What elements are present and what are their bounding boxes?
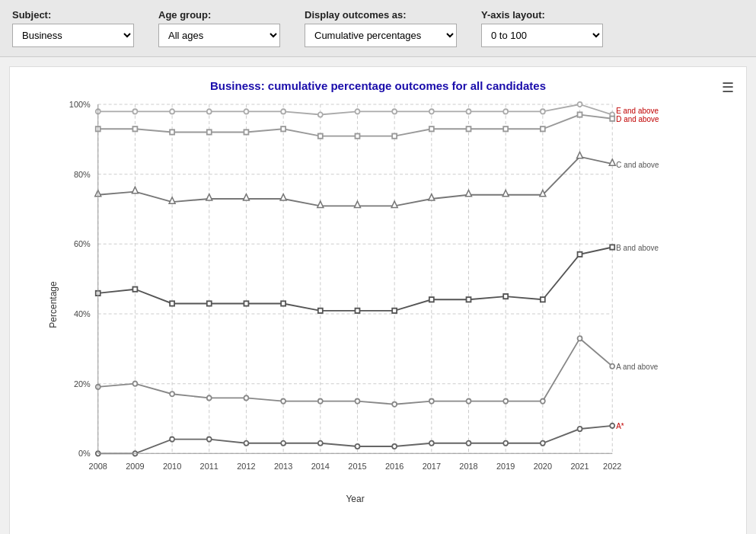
svg-point-133 [503,441,508,446]
chart-title: Business: cumulative percentage outcomes… [22,79,734,92]
svg-marker-76 [169,197,175,203]
svg-rect-97 [356,309,360,313]
svg-marker-88 [609,159,615,165]
yaxis-label: Y-axis layout: [481,9,603,21]
svg-point-115 [429,398,434,403]
svg-text:100%: 100% [69,100,91,109]
x-axis-label: Year [68,494,643,504]
svg-point-110 [244,395,248,400]
controls-bar: Subject: Business Mathematics English Sc… [0,0,756,57]
svg-text:2013: 2013 [274,462,292,471]
svg-point-53 [503,109,508,114]
svg-text:2017: 2017 [423,462,441,471]
svg-text:2016: 2016 [385,462,404,471]
svg-rect-100 [467,297,471,302]
subject-control: Subject: Business Mathematics English Sc… [12,9,134,47]
svg-point-113 [356,398,360,403]
svg-text:0%: 0% [78,449,91,458]
svg-text:C and above: C and above [616,161,659,169]
age-group-label: Age group: [158,9,280,21]
svg-text:2008: 2008 [89,462,107,471]
yaxis-select[interactable]: 0 to 100 0 to 50 Auto [481,24,603,47]
svg-rect-64 [318,134,323,139]
svg-rect-98 [392,309,397,313]
svg-marker-78 [243,194,249,200]
svg-marker-86 [540,190,546,197]
svg-marker-79 [280,194,286,200]
svg-point-108 [170,392,174,396]
svg-point-130 [392,444,397,449]
svg-text:2014: 2014 [311,462,330,471]
svg-marker-82 [391,201,397,207]
svg-rect-99 [429,297,434,302]
svg-rect-62 [244,130,248,134]
svg-marker-77 [206,194,212,200]
svg-rect-60 [170,130,174,134]
svg-point-55 [578,102,582,107]
svg-rect-71 [578,112,582,117]
svg-rect-63 [281,126,285,131]
subject-label: Subject: [12,9,134,21]
svg-rect-95 [281,301,285,305]
svg-text:2015: 2015 [348,462,366,471]
svg-text:2018: 2018 [459,462,477,471]
svg-rect-96 [318,309,323,313]
svg-rect-70 [541,126,545,131]
svg-marker-87 [577,152,583,158]
svg-rect-72 [610,117,614,121]
age-group-select[interactable]: All ages 16 17 18 [158,24,280,47]
svg-point-50 [392,109,397,114]
svg-rect-66 [392,134,397,139]
display-outcomes-control: Display outcomes as: Cumulative percenta… [305,9,457,47]
svg-marker-83 [429,194,435,200]
svg-rect-67 [429,126,434,131]
svg-text:2019: 2019 [496,462,515,471]
svg-point-132 [467,441,471,446]
svg-point-45 [207,109,212,114]
svg-text:2021: 2021 [570,462,589,471]
svg-text:2022: 2022 [603,462,621,471]
hamburger-icon[interactable]: ☰ [722,79,734,96]
svg-text:A*: A* [616,422,624,430]
svg-rect-102 [541,297,545,302]
svg-point-111 [281,398,285,403]
svg-point-51 [429,109,434,114]
svg-text:2011: 2011 [200,462,219,471]
svg-text:A and above: A and above [616,363,658,371]
svg-rect-104 [610,245,614,249]
svg-marker-75 [132,187,138,193]
chart-area: Percentage .tick-line { stroke: #ccc; st… [68,104,643,504]
svg-rect-92 [170,301,174,305]
svg-point-43 [132,109,137,114]
svg-rect-69 [503,126,508,131]
svg-point-54 [541,109,545,114]
subject-select[interactable]: Business Mathematics English Science [12,24,134,47]
svg-text:40%: 40% [74,309,91,318]
svg-point-129 [356,444,360,449]
svg-point-127 [281,441,285,446]
svg-point-136 [610,424,614,428]
svg-point-126 [244,441,248,446]
svg-point-47 [281,109,285,114]
svg-rect-59 [132,126,137,131]
svg-marker-80 [317,201,324,207]
svg-text:2020: 2020 [534,462,552,471]
svg-marker-84 [466,190,472,197]
svg-text:B and above: B and above [616,243,659,251]
svg-point-124 [170,436,174,441]
svg-point-118 [541,398,545,403]
display-outcomes-select[interactable]: Cumulative percentages Individual grades [305,24,457,47]
chart-container: Business: cumulative percentage outcomes… [9,66,747,534]
y-axis-label: Percentage [48,281,59,328]
yaxis-control: Y-axis layout: 0 to 100 0 to 50 Auto [481,9,603,47]
svg-point-109 [207,395,212,400]
svg-text:60%: 60% [74,239,91,248]
svg-rect-94 [244,301,248,305]
svg-point-128 [318,441,323,446]
svg-point-120 [610,364,614,369]
svg-rect-103 [578,252,582,257]
svg-rect-91 [132,287,137,292]
main-svg: .tick-line { stroke: #ccc; stroke-width:… [68,104,643,485]
svg-text:2012: 2012 [237,462,255,471]
svg-point-48 [318,112,323,117]
